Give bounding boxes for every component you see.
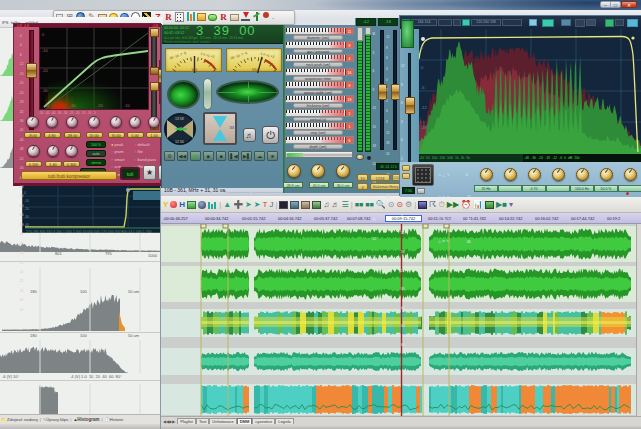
svg-text:-20: -20	[97, 103, 104, 108]
svg-text:-30: -30	[24, 215, 29, 219]
svg-text:-20 -10 -7 -5: -20 -10 -7 -5	[168, 51, 187, 60]
svg-text:-20 -10 -7 -5: -20 -10 -7 -5	[229, 51, 248, 60]
svg-text:-10: -10	[42, 48, 49, 53]
svg-text:-40: -40	[24, 223, 29, 227]
svg-text:0: 0	[42, 32, 45, 37]
svg-text:-10: -10	[24, 199, 29, 203]
svg-text:-30: -30	[42, 88, 49, 93]
svg-text:-10: -10	[124, 103, 131, 108]
svg-text:-30: -30	[70, 103, 77, 108]
svg-text:6: 6	[421, 45, 424, 50]
svg-text:-40: -40	[43, 103, 50, 108]
svg-text:-1 0 +1 +3: -1 0 +1 +3	[199, 51, 215, 59]
svg-text:VU: VU	[252, 67, 258, 72]
svg-text:270 290 300 310 3,200 1,50: 270 290 300 310 3,200 1,500 2,500 10,000…	[26, 230, 152, 234]
svg-text:0: 0	[421, 65, 424, 70]
svg-text:-6: -6	[421, 85, 425, 90]
svg-text:-20: -20	[24, 207, 29, 211]
svg-text:-20: -20	[42, 68, 49, 73]
svg-text:-12: -12	[421, 105, 428, 110]
svg-text:-18: -18	[421, 125, 428, 130]
svg-text:0: 0	[24, 191, 26, 195]
svg-text:VU: VU	[192, 67, 198, 72]
